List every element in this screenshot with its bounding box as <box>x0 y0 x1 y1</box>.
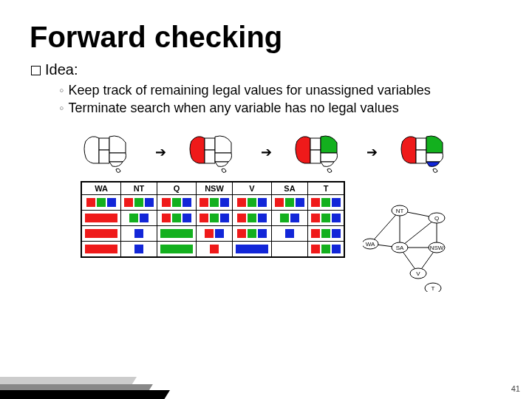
graph-node: NT <box>392 205 408 216</box>
domain-cell <box>272 225 308 241</box>
sub-text: Terminate search when any variable has n… <box>68 100 398 115</box>
svg-text:V: V <box>416 270 420 277</box>
color-swatch <box>85 214 117 222</box>
color-swatch <box>311 229 320 238</box>
decorative-corner <box>0 362 163 399</box>
angle-icon: ◦ <box>59 83 64 98</box>
australia-map-icon <box>293 131 346 174</box>
figure-area: ➔ ➔ ➔ <box>30 131 502 292</box>
domain-cell <box>81 241 121 257</box>
arrow-icon: ➔ <box>261 144 272 160</box>
table-row <box>81 241 344 257</box>
col-header: NSW <box>197 182 233 195</box>
constraint-graph: WA NT Q NSW V SA T <box>363 203 451 292</box>
col-header: NT <box>121 182 157 195</box>
domain-cell <box>197 194 233 210</box>
col-header: V <box>233 182 272 195</box>
color-swatch <box>332 245 341 253</box>
color-swatch <box>237 214 246 222</box>
sub-bullet: ◦Terminate search when any variable has … <box>59 99 502 117</box>
domain-table: WANTQNSWVSAT <box>81 181 345 258</box>
color-swatch <box>210 198 219 207</box>
domain-cell <box>121 241 157 257</box>
table-row <box>81 210 344 225</box>
color-swatch <box>311 198 320 207</box>
bullet-colon: : <box>74 61 78 78</box>
col-header: T <box>308 182 345 195</box>
australia-map-icon <box>81 131 134 174</box>
domain-cell <box>272 241 308 257</box>
color-swatch <box>85 229 117 238</box>
domain-cell <box>157 225 197 241</box>
svg-text:Q: Q <box>434 215 439 222</box>
color-swatch <box>134 198 143 207</box>
domain-cell <box>157 241 197 257</box>
color-swatch <box>296 198 304 207</box>
color-swatch <box>332 214 341 222</box>
bullet-text: Idea <box>45 61 74 78</box>
arrow-icon: ➔ <box>155 144 166 160</box>
domain-cell <box>308 194 345 210</box>
color-swatch <box>332 229 341 238</box>
checkbox-icon <box>31 66 41 75</box>
color-swatch <box>200 214 208 222</box>
table-header-row: WANTQNSWVSAT <box>81 182 344 195</box>
domain-cell <box>308 225 345 241</box>
svg-line-4 <box>400 218 437 248</box>
domain-cell <box>233 210 272 225</box>
color-swatch <box>258 229 267 238</box>
color-swatch <box>248 198 256 207</box>
graph-node: NSW <box>429 242 445 253</box>
maps-row: ➔ ➔ ➔ <box>30 131 502 174</box>
sub-bullet: ◦Keep track of remaining legal values fo… <box>59 81 502 99</box>
col-header: Q <box>157 182 197 195</box>
color-swatch <box>321 229 330 238</box>
color-swatch <box>172 198 181 207</box>
col-header: SA <box>272 182 308 195</box>
domain-cell <box>81 210 121 225</box>
color-swatch <box>162 214 171 222</box>
color-swatch <box>210 214 219 222</box>
color-swatch <box>321 214 330 222</box>
color-swatch <box>85 245 117 253</box>
color-swatch <box>280 214 289 222</box>
color-swatch <box>140 214 149 222</box>
domain-cell <box>272 210 308 225</box>
color-swatch <box>290 214 299 222</box>
domain-cell <box>233 241 272 257</box>
australia-map-icon <box>187 131 240 174</box>
domain-cell <box>121 225 157 241</box>
color-swatch <box>258 198 267 207</box>
color-swatch <box>172 214 181 222</box>
table-graph-row: WANTQNSWVSAT WA NT Q NSW V SA T <box>30 181 502 292</box>
color-swatch <box>160 229 193 238</box>
svg-text:NT: NT <box>396 208 404 214</box>
domain-cell <box>81 194 121 210</box>
domain-cell <box>121 210 157 225</box>
color-swatch <box>311 245 320 253</box>
domain-cell <box>197 241 233 257</box>
domain-cell <box>233 194 272 210</box>
color-swatch <box>285 229 294 238</box>
svg-text:WA: WA <box>366 241 375 248</box>
idea-bullet: Idea: <box>31 61 502 78</box>
domain-cell <box>81 225 121 241</box>
color-swatch <box>248 214 256 222</box>
domain-cell <box>233 225 272 241</box>
svg-text:NSW: NSW <box>430 245 444 251</box>
svg-text:T: T <box>432 285 435 292</box>
color-swatch <box>124 198 133 207</box>
angle-icon: ◦ <box>59 100 64 115</box>
color-swatch <box>220 214 229 222</box>
domain-cell <box>308 241 345 257</box>
color-swatch <box>210 245 219 253</box>
color-swatch <box>332 198 341 207</box>
color-swatch <box>285 198 294 207</box>
color-swatch <box>220 198 229 207</box>
color-swatch <box>311 214 320 222</box>
color-swatch <box>237 198 246 207</box>
slide-title: Forward checking <box>30 21 502 54</box>
domain-cell <box>121 194 157 210</box>
color-swatch <box>134 229 143 238</box>
page-number: 41 <box>511 384 520 393</box>
